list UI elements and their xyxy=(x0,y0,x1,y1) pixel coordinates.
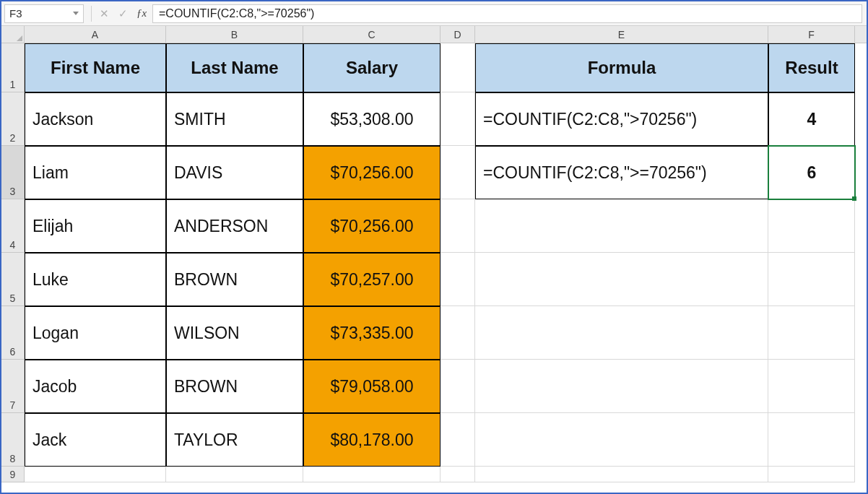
cell-E8[interactable] xyxy=(475,413,768,467)
formula-bar: F3 ✕ ✓ ƒx =COUNTIF(C2:C8,">=70256") xyxy=(1,1,867,26)
cell-formula[interactable]: =COUNTIF(C2:C8,">=70256") xyxy=(475,146,768,199)
cell-last-name[interactable]: ANDERSON xyxy=(166,199,303,253)
col-header-E[interactable]: E xyxy=(475,26,768,43)
cell-first-name[interactable]: Logan xyxy=(25,306,166,360)
enter-icon[interactable]: ✓ xyxy=(113,4,132,23)
col-header-D[interactable]: D xyxy=(440,26,475,43)
cell-first-name[interactable]: Luke xyxy=(25,253,166,306)
cell-B9[interactable] xyxy=(166,467,303,482)
row-3: 3 Liam DAVIS $70,256.00 =COUNTIF(C2:C8,"… xyxy=(1,146,867,199)
fx-icon[interactable]: ƒx xyxy=(132,4,151,23)
row-6: 6 Logan WILSON $73,335.00 xyxy=(1,306,867,360)
cell-first-name[interactable]: Elijah xyxy=(25,199,166,253)
cell-C9[interactable] xyxy=(303,467,440,482)
select-all-corner[interactable] xyxy=(1,26,25,43)
row-header-6[interactable]: 6 xyxy=(1,306,25,360)
formula-input[interactable]: =COUNTIF(C2:C8,">=70256") xyxy=(152,4,862,23)
cell-last-name[interactable]: BROWN xyxy=(166,253,303,306)
cell-salary[interactable]: $70,256.00 xyxy=(303,199,440,253)
cell-first-name[interactable]: Jacob xyxy=(25,360,166,413)
name-box-value: F3 xyxy=(9,7,22,20)
row-header-1[interactable]: 1 xyxy=(1,43,25,92)
col-header-A[interactable]: A xyxy=(25,26,166,43)
cell-first-name[interactable]: Liam xyxy=(25,146,166,199)
cell-salary[interactable]: $79,058.00 xyxy=(303,360,440,413)
cell-F4[interactable] xyxy=(768,199,855,253)
cell-salary[interactable]: $73,335.00 xyxy=(303,306,440,360)
grid-rows: 1 First Name Last Name Salary Formula Re… xyxy=(1,43,867,493)
cell-E4[interactable] xyxy=(475,199,768,253)
row-7: 7 Jacob BROWN $79,058.00 xyxy=(1,360,867,413)
row-header-5[interactable]: 5 xyxy=(1,253,25,306)
col-header-C[interactable]: C xyxy=(303,26,440,43)
cell-E5[interactable] xyxy=(475,253,768,306)
cell-salary[interactable]: $70,257.00 xyxy=(303,253,440,306)
worksheet[interactable]: A B C D E F 1 First Name Last Name Salar… xyxy=(1,26,867,493)
name-box-dropdown-icon[interactable] xyxy=(73,12,79,15)
cell-D5[interactable] xyxy=(440,253,475,306)
header-last-name[interactable]: Last Name xyxy=(166,43,303,92)
cell-result[interactable]: 4 xyxy=(768,92,855,146)
cell-E6[interactable] xyxy=(475,306,768,360)
cell-D9[interactable] xyxy=(440,467,475,482)
col-header-B[interactable]: B xyxy=(166,26,303,43)
cell-D6[interactable] xyxy=(440,306,475,360)
cell-formula[interactable]: =COUNTIF(C2:C8,">70256") xyxy=(475,92,768,146)
formula-input-value: =COUNTIF(C2:C8,">=70256") xyxy=(159,7,314,20)
excel-window: F3 ✕ ✓ ƒx =COUNTIF(C2:C8,">=70256") A B … xyxy=(0,0,868,494)
cell-D1[interactable] xyxy=(440,43,475,92)
cell-F5[interactable] xyxy=(768,253,855,306)
row-8: 8 Jack TAYLOR $80,178.00 xyxy=(1,413,867,467)
row-header-4[interactable]: 4 xyxy=(1,199,25,253)
row-5: 5 Luke BROWN $70,257.00 xyxy=(1,253,867,306)
cell-last-name[interactable]: DAVIS xyxy=(166,146,303,199)
row-9: 9 xyxy=(1,467,867,482)
cell-A9[interactable] xyxy=(25,467,166,482)
cell-F6[interactable] xyxy=(768,306,855,360)
cell-last-name[interactable]: TAYLOR xyxy=(166,413,303,467)
header-result[interactable]: Result xyxy=(768,43,855,92)
row-header-3[interactable]: 3 xyxy=(1,146,25,199)
cell-result-active[interactable]: 6 xyxy=(768,146,855,199)
cell-first-name[interactable]: Jackson xyxy=(25,92,166,146)
cell-salary[interactable]: $80,178.00 xyxy=(303,413,440,467)
col-header-F[interactable]: F xyxy=(768,26,855,43)
cell-F9[interactable] xyxy=(768,467,855,482)
cell-D3[interactable] xyxy=(440,146,475,199)
column-header-row: A B C D E F xyxy=(1,26,867,43)
row-header-2[interactable]: 2 xyxy=(1,92,25,146)
cell-salary[interactable]: $53,308.00 xyxy=(303,92,440,146)
cell-F8[interactable] xyxy=(768,413,855,467)
cell-salary[interactable]: $70,256.00 xyxy=(303,146,440,199)
header-salary[interactable]: Salary xyxy=(303,43,440,92)
header-formula[interactable]: Formula xyxy=(475,43,768,92)
cell-E7[interactable] xyxy=(475,360,768,413)
cell-D7[interactable] xyxy=(440,360,475,413)
name-box[interactable]: F3 xyxy=(4,4,84,23)
cell-first-name[interactable]: Jack xyxy=(25,413,166,467)
separator xyxy=(91,6,92,22)
row-1: 1 First Name Last Name Salary Formula Re… xyxy=(1,43,867,92)
row-2: 2 Jackson SMITH $53,308.00 =COUNTIF(C2:C… xyxy=(1,92,867,146)
header-first-name[interactable]: First Name xyxy=(25,43,166,92)
row-header-9[interactable]: 9 xyxy=(1,467,25,482)
cancel-icon[interactable]: ✕ xyxy=(95,4,113,23)
cell-E9[interactable] xyxy=(475,467,768,482)
row-4: 4 Elijah ANDERSON $70,256.00 xyxy=(1,199,867,253)
cell-last-name[interactable]: BROWN xyxy=(166,360,303,413)
cell-D8[interactable] xyxy=(440,413,475,467)
cell-last-name[interactable]: SMITH xyxy=(166,92,303,146)
row-header-7[interactable]: 7 xyxy=(1,360,25,413)
cell-D4[interactable] xyxy=(440,199,475,253)
cell-last-name[interactable]: WILSON xyxy=(166,306,303,360)
cell-D2[interactable] xyxy=(440,92,475,146)
cell-F7[interactable] xyxy=(768,360,855,413)
row-header-8[interactable]: 8 xyxy=(1,413,25,467)
